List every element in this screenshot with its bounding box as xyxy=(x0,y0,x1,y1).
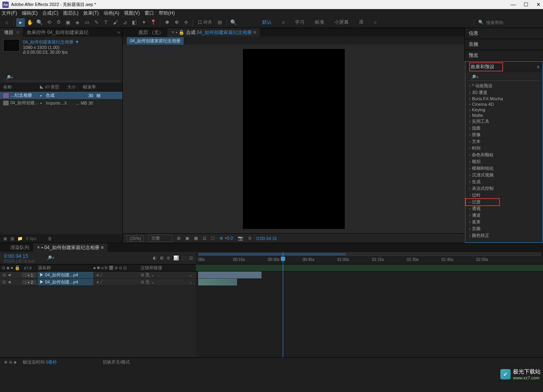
zoom-tool[interactable]: 🔍 xyxy=(35,18,44,27)
menu-layer[interactable]: 图层(L) xyxy=(63,10,79,17)
tab-render-queue[interactable]: 渲染队列 xyxy=(0,243,33,252)
effects-search[interactable]: 🔎▾ xyxy=(468,74,539,81)
toggle-switches-icon[interactable]: ⊕ ⊖ ◈ xyxy=(4,360,17,365)
effect-category[interactable]: 沉浸式视频 xyxy=(465,172,543,178)
effect-category[interactable]: 透视 xyxy=(465,205,543,212)
brush-tool[interactable]: 🖌 xyxy=(111,18,120,27)
effect-category[interactable]: 表达式控制 xyxy=(465,185,543,192)
effect-category[interactable]: Matte xyxy=(465,113,543,118)
effect-category[interactable]: 扭曲 xyxy=(465,125,543,131)
clone-tool[interactable]: ⊿ xyxy=(120,18,129,27)
text-tool[interactable]: T xyxy=(101,18,110,27)
frame-blend-icon[interactable]: ⊞ xyxy=(160,255,163,261)
effect-category[interactable]: 文本 xyxy=(465,138,543,145)
current-time-indicator[interactable] xyxy=(283,252,283,357)
effect-category[interactable]: 音频 xyxy=(465,225,543,232)
menu-help[interactable]: 帮助(H) xyxy=(159,10,175,17)
workspace-small[interactable]: 小屏幕 xyxy=(334,19,349,26)
menu-edit[interactable]: 编辑(E) xyxy=(22,10,38,17)
home-button[interactable]: ⌂ xyxy=(2,18,11,27)
layer-1-bar[interactable] xyxy=(198,272,261,278)
channel-icon[interactable]: ⬡ xyxy=(211,236,215,241)
tab-timeline-comp[interactable]: × ▪ 04_如何创建家庭纪念相册 ≡ xyxy=(33,243,107,252)
camera-tool[interactable]: ▣ xyxy=(64,18,72,27)
switches-icon[interactable]: ⊡ xyxy=(189,255,193,261)
roto-tool[interactable]: ✦ xyxy=(139,18,148,27)
timeline-layer-1[interactable]: ⊙ ◄ › ▪ 1 ▶ 04_如何创建...p4 ♣ ╱ ⊘ 无 ⌄ ⌄ xyxy=(0,272,196,279)
effect-category[interactable]: Cinema 4D xyxy=(465,101,543,107)
world-axis[interactable]: ✻ xyxy=(172,18,181,27)
effect-category[interactable]: 杂色和颗粒 xyxy=(465,152,543,158)
tab-layer[interactable]: 图层 （无） xyxy=(123,28,167,37)
zoom-dropdown[interactable]: (25%) xyxy=(127,235,144,242)
layer-2-bar[interactable] xyxy=(198,279,237,285)
search-tool-icon[interactable]: 🔍 xyxy=(229,18,238,27)
timeline-timecode[interactable]: 0:00:34:15 xyxy=(0,253,43,259)
maximize-button[interactable]: ☐ xyxy=(524,2,528,8)
menu-animation[interactable]: 动画(A) xyxy=(103,10,119,17)
effect-category[interactable]: 通道 xyxy=(465,212,543,219)
shy-icon[interactable]: ◐ xyxy=(153,255,157,261)
snapshot-icon[interactable]: 📷 xyxy=(238,236,243,241)
panel-info[interactable]: 信息 xyxy=(465,28,543,39)
workspace-learn[interactable]: 学习 xyxy=(295,19,304,26)
effect-category[interactable]: 时间 xyxy=(465,145,543,152)
effect-category[interactable]: 颜色校正 xyxy=(465,232,543,239)
toggle-switches-modes[interactable]: 切换开关/模式 xyxy=(103,359,130,365)
menu-file[interactable]: 文件(F) xyxy=(2,10,17,17)
transparency-icon[interactable]: ▦ xyxy=(194,236,198,241)
bpc-button[interactable]: 8 bpc xyxy=(26,236,37,241)
pan-behind-tool[interactable]: ◈ xyxy=(73,18,82,27)
panel-preview[interactable]: 预览 xyxy=(465,50,543,61)
close-button[interactable]: ✕ xyxy=(536,2,541,8)
menu-composition[interactable]: 合成(C) xyxy=(42,10,58,17)
panel-menu-icon[interactable]: ≡ xyxy=(537,64,539,70)
effect-category[interactable]: 模拟 xyxy=(465,158,543,165)
interpret-icon[interactable]: ▣ xyxy=(3,236,7,241)
search-help-input[interactable] xyxy=(486,20,541,25)
effect-category[interactable]: 过渡 xyxy=(465,199,543,205)
local-axis[interactable]: ✱ xyxy=(163,18,171,27)
project-search[interactable]: 🔎▾ xyxy=(3,74,119,81)
mask-icon[interactable]: ▣ xyxy=(185,236,189,241)
pen-tool[interactable]: ✎ xyxy=(92,18,101,27)
project-item-comp[interactable]: …纪念相册▪合成30 ▤ xyxy=(0,92,122,99)
comp-breadcrumb[interactable]: 04_如何创建家庭纪念相册 xyxy=(127,37,184,45)
grid-icon[interactable]: ⊞ xyxy=(177,236,180,241)
project-settings-icon[interactable]: ▦ xyxy=(10,236,14,241)
selection-tool[interactable]: ▸ xyxy=(16,18,25,27)
effect-category[interactable]: 模糊和锐化 xyxy=(465,165,543,172)
menu-view[interactable]: 视图(V) xyxy=(124,10,140,17)
tab-project[interactable]: 项目 ≡ xyxy=(0,28,23,37)
viewer-timecode[interactable]: 0:00:34:15 xyxy=(256,236,277,241)
view-axis[interactable]: ✢ xyxy=(182,18,190,27)
panel-audio[interactable]: 音频 xyxy=(465,39,543,50)
timeline-layer-2[interactable]: ⊙ ◄ › ▪ 2 ▶ 04_如何创建...p4 ♣ ╱ ⊘ 无 ⌄ ⌄ xyxy=(0,279,196,286)
motion-blur-icon[interactable]: ⊘ xyxy=(167,255,170,261)
snap-icon[interactable]: ⊞ xyxy=(215,18,224,27)
hand-tool[interactable]: ✋ xyxy=(26,18,34,27)
work-area-bar[interactable] xyxy=(196,264,543,272)
workspace-overflow-icon[interactable]: » xyxy=(374,20,377,25)
eraser-tool[interactable]: ◧ xyxy=(130,18,139,27)
search-help-field[interactable]: 🔍 xyxy=(474,20,541,25)
effect-category[interactable]: * 动画预设 xyxy=(465,83,543,89)
puppet-tool[interactable]: 📍 xyxy=(149,18,158,27)
shape-tool[interactable]: ▭ xyxy=(83,18,91,27)
effect-category[interactable]: 生成 xyxy=(465,178,543,185)
effect-category[interactable]: Keying xyxy=(465,107,543,113)
effect-category[interactable]: 过时 xyxy=(465,192,543,199)
timeline-search[interactable]: 🔎▾ xyxy=(43,255,150,261)
tab-composition[interactable]: × ▪ 🔒 合成 04_如何创建家庭纪念相册 ≡ xyxy=(167,28,260,37)
effect-category[interactable]: Boris FX Mocha xyxy=(465,96,543,101)
folder-icon[interactable]: 📁 xyxy=(17,236,23,241)
minimize-button[interactable]: — xyxy=(511,2,516,8)
effect-category[interactable]: 遮罩 xyxy=(465,219,543,225)
region-icon[interactable]: ⊡ xyxy=(203,236,206,241)
effect-category[interactable]: 抠像 xyxy=(465,131,543,138)
show-snapshot-icon[interactable]: ⊘ xyxy=(248,236,252,241)
trash-icon[interactable]: 🗑 xyxy=(48,236,52,241)
effect-category[interactable]: 3D 通道 xyxy=(465,89,543,96)
menu-window[interactable]: 窗口 xyxy=(145,10,154,17)
panel-effects-presets[interactable]: 效果和预设 ≡ xyxy=(465,62,543,72)
